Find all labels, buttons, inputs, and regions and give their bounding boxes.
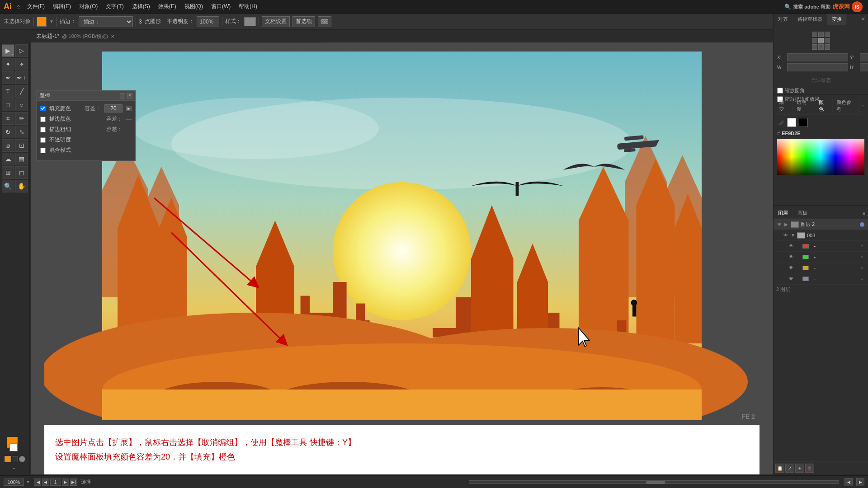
warp-tool[interactable]: ⌀ (2, 139, 14, 152)
blend-dropdown[interactable]: 插边： (79, 16, 133, 27)
layer-003-visibility[interactable]: 👁 (783, 232, 789, 239)
artboard-tab[interactable]: 画板 (793, 208, 812, 218)
magic-wand-close[interactable]: ✕ (127, 93, 132, 99)
transform-tab[interactable]: 变换 (827, 14, 847, 25)
layer-red-visibility[interactable]: 👁 (788, 243, 794, 249)
add-layer-btn[interactable]: + (795, 464, 804, 473)
stroke-swatch[interactable] (9, 443, 18, 451)
menu-view[interactable]: 视图(Q) (181, 1, 207, 12)
home-icon[interactable]: ⌂ (16, 3, 21, 11)
tolerance-input[interactable] (104, 104, 123, 113)
ref-br[interactable] (825, 44, 830, 50)
ref-tr[interactable] (825, 32, 830, 37)
ref-bc[interactable] (818, 44, 824, 50)
blend-mode-checkbox[interactable] (40, 148, 46, 153)
slice-tool[interactable]: ⊞ (2, 166, 14, 179)
pencil-tool[interactable]: ✏ (15, 112, 28, 125)
opacity-checkbox[interactable] (40, 137, 46, 143)
menu-select[interactable]: 选择(S) (128, 1, 154, 12)
layer-yellow-row[interactable]: 👁 ··· ○ (774, 263, 868, 273)
arrange-btn[interactable]: ⌨ (318, 16, 331, 27)
white-swatch[interactable] (787, 118, 796, 127)
constrain-checkbox[interactable] (777, 88, 783, 94)
menu-text[interactable]: 文字(T) (102, 1, 127, 12)
column-chart-tool[interactable]: ▦ (15, 153, 28, 165)
layer-green-visibility[interactable]: 👁 (788, 254, 794, 260)
fill-color-checkbox[interactable] (40, 106, 46, 111)
eraser-tool[interactable]: ◻ (15, 166, 28, 179)
style-box[interactable] (244, 17, 256, 26)
menu-effect[interactable]: 效果(E) (155, 1, 180, 12)
ref-tl[interactable] (812, 32, 817, 37)
symbol-tool[interactable]: ☁ (2, 153, 14, 165)
orange-swatch[interactable] (5, 456, 11, 462)
ref-mr[interactable] (825, 38, 830, 43)
rotate-tool[interactable]: ↻ (2, 126, 14, 138)
menu-window[interactable]: 窗口(W) (208, 1, 234, 12)
make-sublayer-btn[interactable]: 📋 (775, 464, 784, 473)
layer-green-row[interactable]: 👁 ··· ○ (774, 252, 868, 263)
free-transform-tool[interactable]: ⊡ (15, 139, 28, 152)
zoom-tool[interactable]: 🔍 (2, 180, 14, 192)
doc-settings-btn[interactable]: 文档设置 (262, 16, 290, 27)
active-tab[interactable]: 未标题-1* @ 100% (RGB/预览) ✕ (31, 30, 120, 42)
color-ref-tab[interactable]: 颜色参考 (833, 97, 860, 114)
scroll-left-btn[interactable]: ◀ (844, 478, 853, 486)
last-page-btn[interactable]: ▶| (70, 479, 77, 486)
gradient-tab[interactable]: 渐变 (775, 97, 793, 114)
prefs-btn[interactable]: 首选项 (292, 16, 315, 27)
delete-layer-btn[interactable]: 🗑 (805, 464, 814, 473)
layer-003-row[interactable]: 👁 ▼ 003 (774, 230, 868, 241)
select-tool[interactable]: ▶ ▸ (2, 44, 14, 57)
right-top-close[interactable]: ✕ (858, 14, 868, 25)
ref-mc[interactable] (818, 38, 824, 43)
scroll-right-btn[interactable]: ▶ (856, 478, 864, 486)
ref-ml[interactable] (812, 38, 817, 43)
stroke-color-checkbox[interactable] (40, 117, 46, 122)
ref-tc[interactable] (818, 32, 824, 37)
constrain-checkbox-label[interactable]: 缩放圆角 (777, 87, 864, 94)
line-tool[interactable]: ╱ (15, 85, 28, 98)
y-input[interactable] (860, 53, 868, 61)
hand-tool[interactable]: ✋ (15, 180, 28, 192)
magic-wand-minimize[interactable]: – (120, 93, 125, 99)
ellipse-tool[interactable]: ○ (15, 99, 28, 111)
scale-tool[interactable]: ⤡ (15, 126, 28, 138)
move-to-new-layer-btn[interactable]: ↗ (785, 464, 794, 473)
pen-tool[interactable]: ✒ (2, 71, 14, 84)
stroke-weight-checkbox[interactable] (40, 127, 46, 132)
lasso-tool[interactable]: ⌖ (15, 58, 28, 70)
magic-wand-tool[interactable]: ✦ (2, 58, 14, 70)
layers-tab[interactable]: 图层 (774, 208, 793, 218)
rect-tool[interactable]: □ (2, 99, 14, 111)
black-swatch[interactable] (799, 118, 808, 127)
next-page-btn[interactable]: ▶ (62, 479, 69, 486)
layer-2-row[interactable]: 👁 ▶ 图层 2 (774, 219, 868, 230)
add-anchor-tool[interactable]: ✒+ (15, 71, 28, 84)
type-tool[interactable]: T (2, 85, 14, 98)
layers-panel-menu[interactable]: ≡ (860, 211, 868, 216)
opacity-input[interactable] (197, 16, 219, 27)
more-tools[interactable]: ··· (13, 466, 16, 471)
layer-yellow-visibility[interactable]: 👁 (788, 265, 794, 271)
brush-tool[interactable]: ⌗ (2, 112, 14, 125)
layer-2-visibility[interactable]: 👁 (776, 221, 783, 228)
canvas-area[interactable]: 选中图片点击【扩展】，鼠标右击选择【取消编组】，使用【魔棒工具 快捷键：Y】 设… (31, 42, 773, 474)
x-input[interactable] (787, 53, 848, 61)
ref-bl[interactable] (812, 44, 817, 50)
zoom-dropdown-btn[interactable]: ▼ (26, 479, 30, 484)
tolerance-increase-btn[interactable]: ▶ (126, 106, 132, 111)
color-panel-menu[interactable]: ≡ (860, 103, 866, 108)
layer-2-expand[interactable]: ▶ (784, 222, 789, 227)
direct-select-tool[interactable]: ▷ (15, 44, 28, 57)
page-input[interactable] (50, 479, 61, 486)
pathfinder-tab[interactable]: 路径查找器 (793, 14, 827, 25)
menu-file[interactable]: 文件(F) (24, 1, 48, 12)
zoom-input[interactable] (4, 479, 24, 486)
h-input[interactable] (860, 63, 868, 71)
color-tab[interactable]: 颜色 (815, 97, 833, 114)
first-page-btn[interactable]: |◀ (34, 479, 41, 486)
layer-gray-visibility[interactable]: 👁 (788, 276, 794, 282)
menu-help[interactable]: 帮助(H) (235, 1, 261, 12)
fill-color-box[interactable] (37, 17, 47, 27)
